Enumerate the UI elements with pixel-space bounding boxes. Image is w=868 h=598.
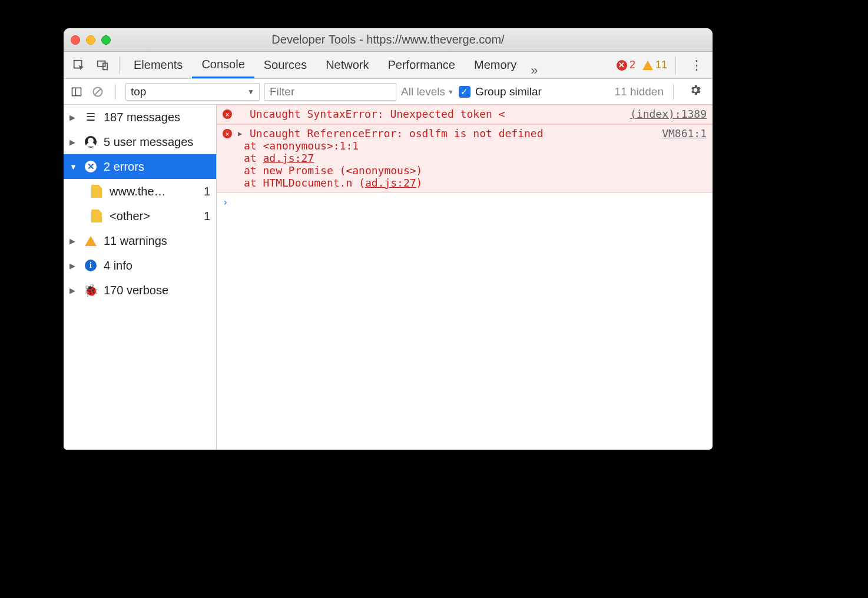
console-output[interactable]: ✕ Uncaught SyntaxError: Unexpected token… bbox=[217, 105, 713, 450]
error-count: 2 bbox=[630, 59, 635, 71]
count: 1 bbox=[204, 185, 210, 198]
separator bbox=[675, 57, 676, 74]
collapse-icon: ▼ bbox=[69, 162, 78, 171]
error-icon: ✕ bbox=[84, 161, 98, 172]
expand-icon: ▶ bbox=[69, 113, 78, 122]
stack-frame: at new Promise (<anonymous>) bbox=[244, 164, 707, 177]
svg-line-6 bbox=[95, 89, 101, 95]
devtools-tabs: Elements Console Sources Network Perform… bbox=[64, 52, 713, 79]
sidebar-item-info[interactable]: ▶ i 4 info bbox=[64, 253, 216, 278]
message-text: Uncaught ReferenceError: osdlfm is not d… bbox=[250, 127, 652, 139]
expand-icon: ▶ bbox=[69, 138, 78, 147]
group-similar-checkbox[interactable]: ✓ Group similar bbox=[459, 85, 542, 98]
user-icon bbox=[84, 136, 98, 148]
more-tabs-icon[interactable]: » bbox=[526, 63, 542, 78]
sidebar-label: 187 messages bbox=[104, 111, 180, 124]
filter-input[interactable] bbox=[264, 83, 396, 101]
tab-list: Elements Console Sources Network Perform… bbox=[124, 52, 542, 78]
tab-performance[interactable]: Performance bbox=[379, 52, 465, 78]
tab-status: ✕ 2 11 ⋮ bbox=[617, 57, 709, 74]
devtools-window: Developer Tools - https://www.theverge.c… bbox=[64, 28, 713, 450]
inspect-element-icon[interactable] bbox=[69, 56, 88, 75]
error-icon: ✕ bbox=[617, 60, 627, 71]
expand-icon: ▶ bbox=[69, 261, 78, 270]
dropdown-icon: ▼ bbox=[448, 88, 454, 95]
spacer bbox=[238, 110, 245, 120]
file-icon bbox=[90, 185, 104, 198]
count: 1 bbox=[204, 210, 210, 223]
stack-frame: at ad.js:27 bbox=[244, 152, 707, 164]
stack-trace: at <anonymous>:1:1 at ad.js:27 at new Pr… bbox=[223, 139, 707, 189]
bug-icon: 🐞 bbox=[84, 283, 98, 297]
sidebar-item-messages[interactable]: ▶ ☰ 187 messages bbox=[64, 105, 216, 129]
separator bbox=[119, 57, 120, 74]
file-icon bbox=[90, 210, 104, 222]
console-error-message[interactable]: ✕ Uncaught SyntaxError: Unexpected token… bbox=[217, 105, 713, 124]
sidebar-label: 11 warnings bbox=[104, 234, 167, 248]
sidebar-label: <other> bbox=[110, 210, 150, 223]
hidden-count[interactable]: 11 hidden bbox=[615, 85, 664, 98]
separator bbox=[673, 84, 674, 99]
warning-icon bbox=[84, 236, 98, 246]
log-levels-dropdown[interactable]: All levels ▼ bbox=[401, 85, 454, 98]
tab-network[interactable]: Network bbox=[316, 52, 378, 78]
stack-frame: at HTMLDocument.n (ad.js:27) bbox=[244, 177, 707, 189]
source-link[interactable]: ad.js:27 bbox=[365, 177, 416, 189]
context-value: top bbox=[131, 85, 146, 98]
expand-icon: ▶ bbox=[69, 286, 78, 295]
error-icon: ✕ bbox=[223, 108, 233, 120]
context-selector[interactable]: top ▼ bbox=[125, 83, 260, 101]
toggle-sidebar-icon[interactable] bbox=[68, 84, 85, 100]
message-source-link[interactable]: VM861:1 bbox=[662, 127, 707, 139]
message-source-link[interactable]: (index):1389 bbox=[630, 108, 707, 120]
checkbox-checked-icon: ✓ bbox=[459, 86, 471, 98]
warning-badge[interactable]: 11 bbox=[642, 59, 667, 71]
tab-elements[interactable]: Elements bbox=[124, 52, 192, 78]
source-link[interactable]: ad.js:27 bbox=[263, 152, 314, 164]
list-icon: ☰ bbox=[84, 111, 98, 124]
sidebar-item-verbose[interactable]: ▶ 🐞 170 verbose bbox=[64, 278, 216, 303]
tab-sources[interactable]: Sources bbox=[254, 52, 316, 78]
dropdown-icon: ▼ bbox=[247, 88, 254, 96]
sidebar-label: www.the… bbox=[110, 185, 166, 198]
sidebar-label: 170 verbose bbox=[104, 284, 168, 297]
console-sidebar: ▶ ☰ 187 messages ▶ 5 user messages ▼ ✕ 2… bbox=[64, 105, 217, 450]
error-icon: ✕ bbox=[223, 127, 233, 139]
message-text: Uncaught SyntaxError: Unexpected token < bbox=[250, 108, 621, 120]
clear-console-icon[interactable] bbox=[90, 84, 106, 100]
sidebar-label: 2 errors bbox=[104, 160, 144, 174]
stack-frame: at <anonymous>:1:1 bbox=[244, 139, 707, 152]
settings-menu-icon[interactable]: ⋮ bbox=[684, 58, 709, 73]
levels-label: All levels bbox=[401, 85, 445, 98]
warning-icon bbox=[642, 61, 653, 70]
expand-icon[interactable]: ▶ bbox=[238, 129, 245, 139]
console-toolbar: top ▼ All levels ▼ ✓ Group similar 11 hi… bbox=[64, 79, 713, 105]
window-title: Developer Tools - https://www.theverge.c… bbox=[64, 33, 713, 46]
group-similar-label: Group similar bbox=[475, 85, 542, 98]
sidebar-item-errors[interactable]: ▼ ✕ 2 errors bbox=[64, 154, 216, 179]
error-badge[interactable]: ✕ 2 bbox=[617, 59, 635, 71]
info-icon: i bbox=[84, 260, 98, 271]
warning-count: 11 bbox=[655, 59, 667, 71]
separator bbox=[115, 84, 116, 99]
titlebar: Developer Tools - https://www.theverge.c… bbox=[64, 28, 713, 52]
sidebar-item-user-messages[interactable]: ▶ 5 user messages bbox=[64, 129, 216, 154]
tab-memory[interactable]: Memory bbox=[465, 52, 526, 78]
console-prompt[interactable]: › bbox=[217, 193, 713, 211]
sidebar-label: 5 user messages bbox=[104, 135, 193, 149]
svg-rect-3 bbox=[72, 88, 81, 95]
expand-icon: ▶ bbox=[69, 237, 78, 245]
device-toolbar-icon[interactable] bbox=[93, 56, 112, 75]
sidebar-error-source-2[interactable]: <other> 1 bbox=[64, 204, 216, 228]
sidebar-item-warnings[interactable]: ▶ 11 warnings bbox=[64, 228, 216, 253]
console-settings-icon[interactable] bbox=[683, 84, 708, 99]
sidebar-label: 4 info bbox=[104, 259, 132, 273]
console-main: ▶ ☰ 187 messages ▶ 5 user messages ▼ ✕ 2… bbox=[64, 105, 713, 450]
tab-console[interactable]: Console bbox=[192, 52, 254, 78]
console-error-message[interactable]: ✕ ▶ Uncaught ReferenceError: osdlfm is n… bbox=[217, 124, 713, 193]
sidebar-error-source-1[interactable]: www.the… 1 bbox=[64, 179, 216, 204]
